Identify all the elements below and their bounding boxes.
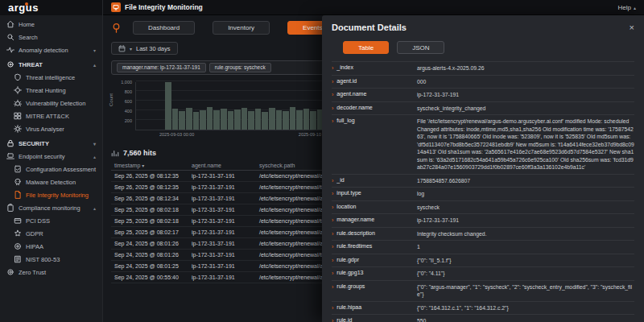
cell-timestamp: Sep 26, 2025 @ 08:12:35 [111,170,188,181]
sidebar-item-label: Malware Detection [26,179,76,186]
detail-row: ›rule.gpg13{"0": "4.11"} [332,267,634,281]
sidebar-item-nist-800-53[interactable]: NIST 800-53 [0,253,102,266]
field-value: syscheck_integrity_changed [417,105,634,113]
detail-row: ›rule.gdpr{"0": "II_5.1.f"} [332,254,634,268]
sidebar-item-label: Compliance monitoring [19,204,80,212]
sidebar-item-malware-detection[interactable]: Malware Detection [0,175,102,188]
histogram-bar [186,108,192,129]
sidebar-item-gdpr[interactable]: GDPR [0,227,102,240]
chevron-up-icon: ▴ [634,5,636,10]
sidebar-item-threat[interactable]: THREAT▴ [0,58,102,71]
panel-header: Document Details × [322,15,644,37]
expand-icon[interactable]: › [332,317,333,322]
sidebar-item-endpoint-security[interactable]: Endpoint security▴ [0,150,102,163]
brand-logo[interactable]: argus [0,0,102,15]
expand-icon[interactable]: › [332,204,333,211]
mitre-att-ck-icon [14,112,22,120]
expand-icon[interactable]: › [332,105,333,112]
expand-icon[interactable]: › [332,190,333,197]
expand-icon[interactable]: › [332,304,333,312]
column-header-timestamp[interactable]: timestamp▾ [111,161,188,171]
field-key: ›rule.description [332,230,417,238]
field-name: decoder.name [336,105,372,110]
detail-row: ›full_logFile '/etc/letsencrypt/renewal/… [332,115,634,175]
expand-icon[interactable]: › [332,257,333,264]
sidebar-item-label: Home [19,21,35,28]
histogram-bar [255,109,262,129]
tab-dashboard[interactable]: Dashboard [133,21,195,35]
sidebar-item-label: PCI DSS [26,217,50,225]
configuration-assessment-icon [14,165,22,173]
panel-tab-table[interactable]: Table [343,41,389,54]
sidebar-item-threat-intelligence[interactable]: Threat intelligence [0,71,102,84]
hipaa-icon [14,242,22,250]
detail-row: ›manager.nameip-172-31-37-191 [332,214,634,228]
virus-analyser-icon [14,125,22,133]
search-icon [6,33,14,41]
sidebar-item-configuration-assessment[interactable]: Configuration Assessment [0,163,102,175]
field-key: ›agent.name [332,91,417,99]
expand-icon[interactable]: › [332,64,333,72]
threat-hunting-icon [14,86,22,94]
sidebar-item-zero-trust[interactable]: Zero Trust [0,266,102,279]
sidebar-item-search[interactable]: Search [0,31,102,43]
cell-timestamp: Sep 26, 2025 @ 08:12:35 [111,181,188,192]
sidebar-item-home[interactable]: Home [0,18,102,31]
expand-icon[interactable]: › [332,91,333,98]
calendar-icon [118,45,126,52]
panel-body[interactable]: ›_indexargus-alerts-4.x-2025.09.26›agent… [322,61,644,322]
expand-icon[interactable]: › [332,177,333,184]
sidebar-item-threat-hunting[interactable]: Threat Hunting [0,84,102,97]
threat-intelligence-icon [14,73,22,81]
sidebar-item-label: MITRE ATT&CK [26,113,69,120]
detail-row: ›rule.groups{"0": "argus-manager", "1": … [332,281,634,302]
sidebar-item-label: HIPAA [26,243,43,250]
brand-name: argus [8,2,39,14]
sidebar-item-mitre-att-ck[interactable]: MITRE ATT&CK [0,109,102,122]
close-icon[interactable]: × [630,23,634,32]
sidebar-item-hipaa[interactable]: HIPAA [0,240,102,253]
sidebar-item-security[interactable]: SECURITY▾ [0,137,102,150]
sidebar-item-file-integrity-monitoring[interactable]: File Integrity Monitoring [0,188,102,201]
histogram-bar [269,108,275,129]
field-value: {"0": "argus-manager", "1": "syscheck", … [417,283,634,299]
tab-inventory[interactable]: Inventory [213,21,270,35]
app-title-chip: File Integrity Monitoring [111,2,203,12]
expand-icon[interactable]: › [332,78,333,85]
field-name: _id [336,177,344,183]
y-axis-title: Count [109,93,114,106]
histogram-bar [213,110,220,129]
sidebar-item-anomaly-detection[interactable]: Anomaly detection▾ [0,43,102,56]
histogram-bar [234,109,241,130]
field-name: rule.description [336,230,374,236]
help-button[interactable]: Help ▴ [618,4,636,11]
time-range-picker[interactable]: ▾ Last 30 days [111,42,178,55]
time-range-label: Last 30 days [136,45,171,52]
sidebar-item-pci-dss[interactable]: PCI DSS [0,214,102,227]
filter-chip[interactable]: manager.name: ip-172-31-37-191 [117,63,206,72]
filter-chips: manager.name: ip-172-31-37-191rule.group… [117,63,271,72]
field-key: ›rule.hipaa [332,304,417,312]
field-key: ›full_log [332,118,417,171]
expand-icon[interactable]: › [332,118,333,125]
malware-detection-icon [14,178,22,186]
sidebar-item-label: Configuration Assessment [26,166,96,173]
sidebar-item-virus-analyser[interactable]: Virus Analyser [0,122,102,135]
expand-icon[interactable]: › [332,270,333,277]
sidebar-item-compliance-monitoring[interactable]: Compliance monitoring▴ [0,201,102,214]
panel-tab-json[interactable]: JSON [397,41,444,54]
expand-icon[interactable]: › [332,230,333,237]
cell-agent-name: ip-172-31-37-191 [188,249,256,260]
detail-row: ›locationsyscheck [332,201,634,215]
expand-icon[interactable]: › [332,217,333,224]
filter-chip[interactable]: rule.groups: syscheck [209,63,271,72]
field-key: ›manager.name [332,217,417,225]
field-key: ›_id [332,177,417,185]
expand-icon[interactable]: › [332,243,333,250]
sidebar-item-vulnerability-detection[interactable]: Vulnerability Detection [0,97,102,109]
expand-icon[interactable]: › [332,283,333,291]
column-header-agent-name[interactable]: agent.name [188,161,256,171]
histogram-bar [262,112,268,130]
home-icon [6,20,14,28]
module-pin-icon[interactable] [111,23,122,33]
